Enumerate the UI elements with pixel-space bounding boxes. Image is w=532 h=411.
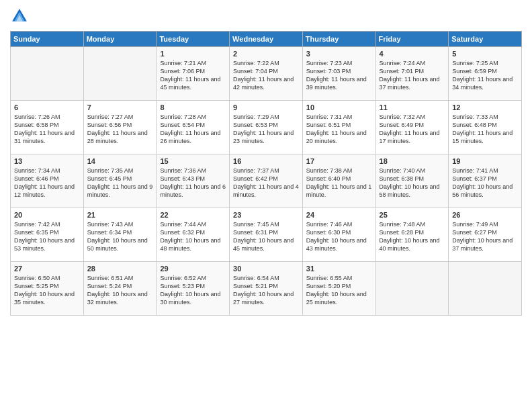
calendar-cell: 15Sunrise: 7:36 AM Sunset: 6:43 PM Dayli… bbox=[157, 154, 230, 208]
calendar-cell: 12Sunrise: 7:33 AM Sunset: 6:48 PM Dayli… bbox=[449, 101, 522, 154]
day-info: Sunrise: 7:38 AM Sunset: 6:40 PM Dayligh… bbox=[306, 167, 372, 199]
header-cell-saturday: Saturday bbox=[449, 32, 522, 47]
calendar-cell: 13Sunrise: 7:34 AM Sunset: 6:46 PM Dayli… bbox=[11, 154, 84, 208]
day-info: Sunrise: 7:26 AM Sunset: 6:58 PM Dayligh… bbox=[14, 113, 80, 146]
calendar-cell bbox=[375, 262, 449, 316]
day-number: 24 bbox=[306, 211, 372, 219]
day-info: Sunrise: 7:48 AM Sunset: 6:28 PM Dayligh… bbox=[380, 220, 445, 253]
day-number: 20 bbox=[14, 211, 80, 219]
calendar-cell: 9Sunrise: 7:29 AM Sunset: 6:53 PM Daylig… bbox=[230, 101, 303, 154]
day-info: Sunrise: 7:27 AM Sunset: 6:56 PM Dayligh… bbox=[87, 113, 153, 146]
calendar-cell: 4Sunrise: 7:24 AM Sunset: 7:01 PM Daylig… bbox=[375, 47, 449, 101]
header-cell-friday: Friday bbox=[375, 32, 449, 47]
calendar-cell: 16Sunrise: 7:37 AM Sunset: 6:42 PM Dayli… bbox=[230, 154, 303, 208]
day-number: 16 bbox=[233, 157, 299, 165]
day-number: 11 bbox=[380, 103, 445, 111]
logo-icon bbox=[10, 7, 29, 26]
day-number: 15 bbox=[160, 157, 226, 165]
day-info: Sunrise: 7:49 AM Sunset: 6:27 PM Dayligh… bbox=[452, 220, 518, 253]
day-info: Sunrise: 7:41 AM Sunset: 6:37 PM Dayligh… bbox=[452, 167, 518, 199]
day-info: Sunrise: 6:55 AM Sunset: 5:20 PM Dayligh… bbox=[306, 274, 372, 307]
calendar-cell: 18Sunrise: 7:40 AM Sunset: 6:38 PM Dayli… bbox=[375, 154, 449, 208]
header bbox=[10, 7, 522, 26]
day-number: 10 bbox=[306, 103, 372, 111]
day-info: Sunrise: 7:25 AM Sunset: 6:59 PM Dayligh… bbox=[452, 59, 518, 92]
calendar-cell: 21Sunrise: 7:43 AM Sunset: 6:34 PM Dayli… bbox=[83, 208, 157, 262]
calendar-cell: 28Sunrise: 6:51 AM Sunset: 5:24 PM Dayli… bbox=[83, 262, 157, 316]
day-info: Sunrise: 6:50 AM Sunset: 5:25 PM Dayligh… bbox=[14, 274, 80, 307]
header-cell-monday: Monday bbox=[83, 32, 157, 47]
calendar-cell: 19Sunrise: 7:41 AM Sunset: 6:37 PM Dayli… bbox=[449, 154, 522, 208]
header-cell-sunday: Sunday bbox=[11, 32, 84, 47]
day-number: 5 bbox=[452, 50, 518, 58]
day-info: Sunrise: 7:28 AM Sunset: 6:54 PM Dayligh… bbox=[160, 113, 226, 146]
day-info: Sunrise: 7:35 AM Sunset: 6:45 PM Dayligh… bbox=[87, 167, 153, 199]
calendar-table: SundayMondayTuesdayWednesdayThursdayFrid… bbox=[10, 31, 522, 316]
calendar-cell: 27Sunrise: 6:50 AM Sunset: 5:25 PM Dayli… bbox=[11, 262, 84, 316]
calendar-cell: 10Sunrise: 7:31 AM Sunset: 6:51 PM Dayli… bbox=[302, 101, 375, 154]
day-info: Sunrise: 7:40 AM Sunset: 6:38 PM Dayligh… bbox=[380, 167, 445, 199]
day-info: Sunrise: 6:51 AM Sunset: 5:24 PM Dayligh… bbox=[87, 274, 153, 307]
day-info: Sunrise: 7:37 AM Sunset: 6:42 PM Dayligh… bbox=[233, 167, 299, 199]
day-number: 13 bbox=[14, 157, 80, 165]
calendar-cell: 8Sunrise: 7:28 AM Sunset: 6:54 PM Daylig… bbox=[157, 101, 230, 154]
calendar-cell bbox=[83, 47, 157, 101]
day-info: Sunrise: 7:22 AM Sunset: 7:04 PM Dayligh… bbox=[233, 59, 299, 92]
day-info: Sunrise: 7:44 AM Sunset: 6:32 PM Dayligh… bbox=[160, 220, 226, 253]
day-info: Sunrise: 7:45 AM Sunset: 6:31 PM Dayligh… bbox=[233, 220, 299, 253]
day-info: Sunrise: 6:52 AM Sunset: 5:23 PM Dayligh… bbox=[160, 274, 226, 307]
calendar-cell: 11Sunrise: 7:32 AM Sunset: 6:49 PM Dayli… bbox=[375, 101, 449, 154]
calendar-cell: 22Sunrise: 7:44 AM Sunset: 6:32 PM Dayli… bbox=[157, 208, 230, 262]
calendar-cell: 29Sunrise: 6:52 AM Sunset: 5:23 PM Dayli… bbox=[157, 262, 230, 316]
week-row-3: 13Sunrise: 7:34 AM Sunset: 6:46 PM Dayli… bbox=[11, 154, 522, 208]
calendar-cell: 6Sunrise: 7:26 AM Sunset: 6:58 PM Daylig… bbox=[11, 101, 84, 154]
day-number: 2 bbox=[233, 50, 299, 58]
calendar-cell: 2Sunrise: 7:22 AM Sunset: 7:04 PM Daylig… bbox=[230, 47, 303, 101]
day-number: 7 bbox=[87, 103, 153, 111]
day-info: Sunrise: 6:54 AM Sunset: 5:21 PM Dayligh… bbox=[233, 274, 299, 307]
calendar-cell: 30Sunrise: 6:54 AM Sunset: 5:21 PM Dayli… bbox=[230, 262, 303, 316]
header-cell-tuesday: Tuesday bbox=[157, 32, 230, 47]
page: SundayMondayTuesdayWednesdayThursdayFrid… bbox=[0, 0, 532, 411]
calendar-cell: 23Sunrise: 7:45 AM Sunset: 6:31 PM Dayli… bbox=[230, 208, 303, 262]
calendar-cell: 17Sunrise: 7:38 AM Sunset: 6:40 PM Dayli… bbox=[302, 154, 375, 208]
day-info: Sunrise: 7:24 AM Sunset: 7:01 PM Dayligh… bbox=[380, 59, 445, 92]
day-info: Sunrise: 7:32 AM Sunset: 6:49 PM Dayligh… bbox=[380, 113, 445, 146]
calendar-header: SundayMondayTuesdayWednesdayThursdayFrid… bbox=[11, 32, 522, 47]
header-row: SundayMondayTuesdayWednesdayThursdayFrid… bbox=[11, 32, 522, 47]
day-number: 17 bbox=[306, 157, 372, 165]
day-info: Sunrise: 7:36 AM Sunset: 6:43 PM Dayligh… bbox=[160, 167, 226, 199]
header-cell-wednesday: Wednesday bbox=[230, 32, 303, 47]
calendar-cell: 5Sunrise: 7:25 AM Sunset: 6:59 PM Daylig… bbox=[449, 47, 522, 101]
calendar-cell: 31Sunrise: 6:55 AM Sunset: 5:20 PM Dayli… bbox=[302, 262, 375, 316]
calendar-cell: 7Sunrise: 7:27 AM Sunset: 6:56 PM Daylig… bbox=[83, 101, 157, 154]
day-number: 31 bbox=[306, 265, 372, 273]
day-number: 28 bbox=[87, 265, 153, 273]
week-row-5: 27Sunrise: 6:50 AM Sunset: 5:25 PM Dayli… bbox=[11, 262, 522, 316]
calendar-body: 1Sunrise: 7:21 AM Sunset: 7:06 PM Daylig… bbox=[11, 47, 522, 316]
calendar-cell bbox=[11, 47, 84, 101]
day-number: 21 bbox=[87, 211, 153, 219]
day-number: 6 bbox=[14, 103, 80, 111]
calendar-cell: 26Sunrise: 7:49 AM Sunset: 6:27 PM Dayli… bbox=[449, 208, 522, 262]
calendar-cell: 20Sunrise: 7:42 AM Sunset: 6:35 PM Dayli… bbox=[11, 208, 84, 262]
logo bbox=[10, 7, 32, 26]
week-row-1: 1Sunrise: 7:21 AM Sunset: 7:06 PM Daylig… bbox=[11, 47, 522, 101]
day-number: 30 bbox=[233, 265, 299, 273]
day-number: 25 bbox=[380, 211, 445, 219]
day-number: 18 bbox=[380, 157, 445, 165]
calendar-cell: 1Sunrise: 7:21 AM Sunset: 7:06 PM Daylig… bbox=[157, 47, 230, 101]
day-number: 26 bbox=[452, 211, 518, 219]
calendar-cell: 25Sunrise: 7:48 AM Sunset: 6:28 PM Dayli… bbox=[375, 208, 449, 262]
calendar-cell: 14Sunrise: 7:35 AM Sunset: 6:45 PM Dayli… bbox=[83, 154, 157, 208]
day-info: Sunrise: 7:43 AM Sunset: 6:34 PM Dayligh… bbox=[87, 220, 153, 253]
calendar-cell bbox=[449, 262, 522, 316]
day-info: Sunrise: 7:29 AM Sunset: 6:53 PM Dayligh… bbox=[233, 113, 299, 146]
day-number: 23 bbox=[233, 211, 299, 219]
calendar-cell: 24Sunrise: 7:46 AM Sunset: 6:30 PM Dayli… bbox=[302, 208, 375, 262]
day-info: Sunrise: 7:21 AM Sunset: 7:06 PM Dayligh… bbox=[160, 59, 226, 92]
day-info: Sunrise: 7:34 AM Sunset: 6:46 PM Dayligh… bbox=[14, 167, 80, 199]
calendar-cell: 3Sunrise: 7:23 AM Sunset: 7:03 PM Daylig… bbox=[302, 47, 375, 101]
week-row-4: 20Sunrise: 7:42 AM Sunset: 6:35 PM Dayli… bbox=[11, 208, 522, 262]
header-cell-thursday: Thursday bbox=[302, 32, 375, 47]
